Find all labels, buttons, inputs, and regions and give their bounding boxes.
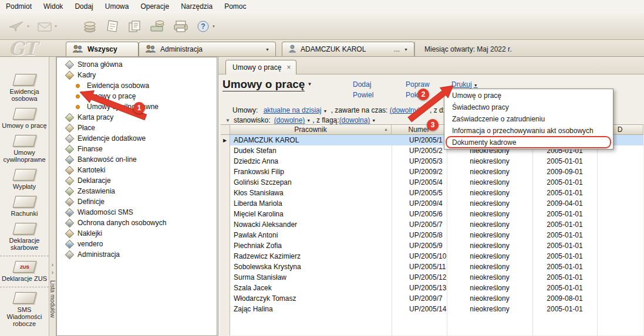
mail-icon[interactable]: ▼ xyxy=(37,21,58,32)
module-deklaracje-zus[interactable]: ZUSDeklaracje ZUS xyxy=(0,256,49,285)
tree-item-bankowosc-on-line[interactable]: Bankowość on-line xyxy=(57,154,217,165)
module-sms-wiadomosci-robocze[interactable]: SMS Wiadomości robocze xyxy=(0,287,49,330)
tree-item-label: Kartoteki xyxy=(77,166,105,174)
tree-item-wiadomosci-sms[interactable]: Wiadomości SMS xyxy=(57,207,217,218)
menu-pomoc[interactable]: Pomoc xyxy=(218,2,252,11)
module-rachunki[interactable]: Rachunki xyxy=(0,193,49,220)
note-icon[interactable] xyxy=(104,19,120,33)
menu-narzedzia[interactable]: Narzędzia xyxy=(175,2,218,11)
cell-name: Kłos Stanisława xyxy=(230,188,392,198)
tree-item-administracja[interactable]: Administracja xyxy=(57,249,217,260)
chevron-down-icon[interactable]: ▼ xyxy=(372,118,376,123)
chevron-down-icon[interactable]: ▼ xyxy=(404,47,408,52)
column-header-numer[interactable]: Numer xyxy=(392,125,447,134)
table-row[interactable]: Goliński SzczepanUP/2005/4nieokreślony20… xyxy=(230,177,643,188)
action-drukuj-link[interactable]: Drukuj▼ xyxy=(451,80,480,89)
action-powiel-link[interactable]: Powiel xyxy=(353,91,373,99)
tab-wszyscy[interactable]: Wszyscy xyxy=(66,42,139,56)
tree-item-definicje[interactable]: Definicje xyxy=(57,196,217,207)
filter-flaga-link[interactable]: (dowolna) xyxy=(339,116,370,124)
table-row[interactable]: Liberda MariolaUP/2009/4nieokreślony2009… xyxy=(230,198,643,209)
chevron-down-icon[interactable]: ▼ xyxy=(422,109,426,113)
files-icon xyxy=(65,165,75,175)
action-popraw-link[interactable]: Popraw xyxy=(406,80,430,89)
tab-employee-adamczuk-karol[interactable]: ADAMCZUK KAROL ... ▼ xyxy=(282,42,414,56)
table-row[interactable]: Pawlak AntoniUP/2005/8nieokreślony2005-0… xyxy=(230,230,643,240)
filter-aktualne-link[interactable]: aktualne na dzisiaj xyxy=(264,106,322,114)
help-icon[interactable]: ?▼ xyxy=(196,19,215,33)
table-row[interactable]: Frankowski FilipUP/2009/2nieokreślony200… xyxy=(230,167,643,177)
close-icon[interactable]: × xyxy=(286,64,291,71)
tree-item-ochrona-danych-osobowych[interactable]: Ochrona danych osobowych xyxy=(57,218,217,228)
module-umowy-o-prace[interactable]: Umowy o pracę xyxy=(0,105,49,132)
chevron-down-icon[interactable]: ▼ xyxy=(265,47,269,52)
chevron-down-icon[interactable]: ▼ xyxy=(323,109,327,113)
tree-item-zestawienia[interactable]: Zestawienia xyxy=(57,186,217,196)
module-ewidencja-osobowa[interactable]: Ewidencja osobowa xyxy=(0,71,49,105)
cash-icon[interactable] xyxy=(149,19,166,33)
table-row[interactable]: Włodarczyk TomaszUP/2009/7nieokreślony20… xyxy=(230,293,643,304)
tree-item-naklejki[interactable]: Naklejki xyxy=(57,228,217,239)
tree-item-place[interactable]: Płace xyxy=(57,123,217,133)
tree-item-deklaracje[interactable]: Deklaracje xyxy=(57,175,217,186)
tree-item-vendero[interactable]: vendero xyxy=(57,239,217,249)
module-umowy-cywilnoprawne[interactable]: Umowy cywilnoprawne xyxy=(0,132,49,166)
tree-item-ewidencja-osobowa[interactable]: Ewidencja osobowa xyxy=(57,80,217,91)
payroll-icon xyxy=(65,123,75,133)
tree-item-kartoteki[interactable]: Kartoteki xyxy=(57,165,217,175)
menu-podmiot[interactable]: Podmiot xyxy=(0,2,38,11)
filter-stanowisko-link[interactable]: (dowolne) xyxy=(274,116,305,124)
copy-icon[interactable] xyxy=(127,19,142,33)
filter-funnel-icon[interactable]: ▼ xyxy=(225,118,230,123)
tree-item-karta-pracy[interactable]: Karta pracy xyxy=(57,112,217,123)
menu-widok[interactable]: Widok xyxy=(38,2,69,11)
tree-item-strona-glowna[interactable]: Strona główna xyxy=(57,59,217,70)
table-row[interactable]: Surma StanisławUP/2005/12nieokreślony200… xyxy=(230,272,643,283)
doc-tab-umowy-o-prace[interactable]: Umowy o pracę × xyxy=(225,60,296,74)
menu-item-informacja-o-przechowywaniu-akt-osobowych[interactable]: Informacja o przechowywaniu akt osobowyc… xyxy=(444,125,613,137)
nav-tree: Strona głównaKadryEwidencja osobowaUmowy… xyxy=(56,57,217,336)
menu-item-swiadectwo-pracy[interactable]: Świadectwo pracy xyxy=(444,101,613,113)
tree-item-ewidencje-dodatkowe[interactable]: Ewidencje dodatkowe xyxy=(57,133,217,144)
tab-administracja[interactable]: Administracja ▼ xyxy=(139,42,276,56)
module-deklaracje-skarbowe[interactable]: Deklaracje skarbowe xyxy=(0,220,49,254)
module-wyplaty[interactable]: Wypłaty xyxy=(0,166,49,193)
send-icon[interactable]: ▼ xyxy=(8,20,30,33)
tree-item-finanse[interactable]: Finanse xyxy=(57,144,217,154)
table-row[interactable]: Mięciel KarolinaUP/2005/6nieokreślony200… xyxy=(230,209,643,219)
table-row[interactable]: Sobolewska KrystynaUP/2005/11nieokreślon… xyxy=(230,262,643,272)
table-row[interactable]: Nowacki AleksanderUP/2005/7nieokreślony2… xyxy=(230,219,643,230)
cell-numer: UP/2005/5 xyxy=(392,188,447,198)
menu-item-dokumenty-kadrowe[interactable]: Dokumenty kadrowe xyxy=(444,137,613,148)
table-row[interactable]: Szala JacekUP/2005/13nieokreślony2005-01… xyxy=(230,283,643,293)
modules-strip-label[interactable]: Lista modułów xyxy=(49,280,56,318)
chevron-down-icon[interactable]: ▼ xyxy=(306,118,311,123)
tree-item-kadry[interactable]: Kadry xyxy=(57,70,217,80)
sms-icon xyxy=(65,208,75,217)
toolbar: ▼▼?▼ xyxy=(0,13,644,40)
menu-operacje[interactable]: Operacje xyxy=(134,2,175,11)
chevron-right-icon[interactable]: › xyxy=(52,261,53,269)
table-row[interactable]: Dziedzic AnnaUP/2005/3nieokreślony2005-0… xyxy=(230,156,643,167)
cell-numer: UP/2005/1 xyxy=(392,135,447,145)
table-row[interactable]: Kłos StanisławaUP/2005/5nieokreślony2005… xyxy=(230,188,643,198)
filter-czas-link[interactable]: (dowolny) xyxy=(390,106,420,114)
menu-dodaj[interactable]: Dodaj xyxy=(69,2,99,11)
column-header-pracownik[interactable]: Pracownik▲ xyxy=(230,125,392,134)
menu-item-umowe-o-prace[interactable]: Umowę o pracę xyxy=(444,90,613,101)
chevron-right-icon[interactable]: › xyxy=(52,269,53,276)
action-dodaj-link[interactable]: Dodaj xyxy=(353,80,371,89)
coins-icon[interactable] xyxy=(82,19,97,33)
print-dropdown-menu: Umowę o pracęŚwiadectwo pracyZaświadczen… xyxy=(444,89,613,150)
print-icon[interactable] xyxy=(173,19,189,33)
people-icon xyxy=(72,45,83,55)
table-row[interactable]: Radzewicz KazimierzUP/2005/10nieokreślon… xyxy=(230,251,643,262)
page-title[interactable]: Umowy o pracę▼ xyxy=(222,78,312,91)
menu-item-zaswiadczenie-o-zatrudnieniu[interactable]: Zaświadczenie o zatrudnieniu xyxy=(444,113,613,125)
table-row[interactable]: Piechniak ZofiaUP/2005/9nieokreślony2005… xyxy=(230,240,643,251)
filter-text: , z flagą: xyxy=(312,116,339,124)
tree-item-umowy-o-prace[interactable]: Umowy o pracę xyxy=(57,91,217,101)
menu-umowa[interactable]: Umowa xyxy=(99,2,135,11)
employee-more-button[interactable]: ... xyxy=(394,45,400,53)
table-row[interactable]: Zając HalinaUP/2005/14nieokreślony2005-0… xyxy=(230,304,643,314)
